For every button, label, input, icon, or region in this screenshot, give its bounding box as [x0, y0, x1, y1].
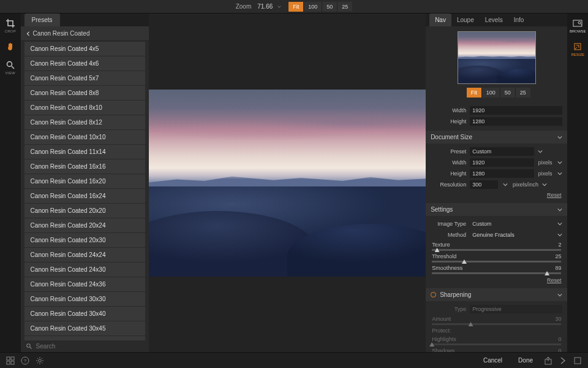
share-icon[interactable]: [544, 356, 552, 365]
sharpening-toggle-icon[interactable]: [431, 292, 436, 297]
navigator-thumbnail[interactable]: [458, 31, 536, 84]
tab-nav[interactable]: Nav: [429, 13, 451, 26]
pan-tool[interactable]: [6, 42, 15, 52]
help-icon[interactable]: ?: [21, 356, 29, 365]
preset-category-title: Canon Resin Coated: [33, 30, 90, 37]
sharpening-header[interactable]: Sharpening: [426, 288, 567, 301]
shadows-value: 0: [558, 348, 561, 352]
texture-value: 2: [558, 242, 561, 248]
zoom-fit-button[interactable]: Fit: [288, 2, 303, 12]
pixel-height-row: Height 1280: [426, 116, 567, 127]
fullscreen-icon[interactable]: [573, 356, 582, 365]
preset-item[interactable]: Canon Resin Coated 16x20: [24, 174, 146, 188]
grid-icon[interactable]: [6, 356, 15, 365]
preset-item[interactable]: Canon Resin Coated 20x20: [24, 204, 146, 218]
chevron-down-icon: [542, 182, 547, 187]
canvas-area[interactable]: [149, 13, 426, 352]
method-label: Method: [431, 232, 466, 238]
chevron-down-icon[interactable]: [557, 221, 562, 226]
zoom-button-group: Fit 100 50 25: [288, 2, 352, 12]
preset-list[interactable]: Canon Resin Coated 4x5Canon Resin Coated…: [21, 41, 149, 340]
tab-info[interactable]: Info: [508, 13, 530, 26]
sharpen-type-dropdown[interactable]: Progressive: [470, 305, 562, 313]
zoom-25-button[interactable]: 25: [337, 2, 352, 12]
preset-item[interactable]: Canon Resin Coated 20x24: [24, 218, 146, 232]
smoothness-slider[interactable]: Smoothness89: [426, 264, 567, 275]
shadows-slider[interactable]: Shadows0: [426, 347, 567, 352]
texture-slider[interactable]: Texture2: [426, 240, 567, 252]
doc-height-field[interactable]: 1280: [470, 169, 534, 178]
preset-item[interactable]: Canon Resin Coated 24x24: [24, 248, 146, 262]
settings-reset[interactable]: Reset: [547, 277, 562, 283]
zoom-50-button[interactable]: 50: [322, 2, 337, 12]
preset-item[interactable]: Canon Resin Coated 11x14: [24, 145, 146, 159]
preset-item[interactable]: Canon Resin Coated 4x6: [24, 56, 146, 71]
pixel-height-field[interactable]: 1280: [470, 117, 562, 126]
nav-zoom-25[interactable]: 25: [515, 88, 530, 98]
doc-size-reset[interactable]: Reset: [547, 192, 562, 198]
chevron-down-icon[interactable]: [277, 5, 281, 9]
resize-tool[interactable]: RESIZE: [571, 42, 584, 56]
resolution-unit[interactable]: pixels/inch: [513, 182, 547, 188]
preset-item[interactable]: Canon Resin Coated 10x10: [24, 130, 146, 144]
nav-zoom-50[interactable]: 50: [500, 88, 515, 98]
preset-item[interactable]: Canon Resin Coated 5x7: [24, 71, 146, 85]
tab-loupe[interactable]: Loupe: [451, 13, 480, 26]
doc-width-unit[interactable]: pixels: [538, 159, 562, 166]
preset-item[interactable]: Canon Resin Coated 24x30: [24, 263, 146, 277]
settings-header[interactable]: Settings: [426, 203, 567, 216]
doc-width-field[interactable]: 1920: [470, 158, 534, 167]
preset-item[interactable]: Canon Resin Coated 24x36: [24, 277, 146, 291]
preset-dropdown[interactable]: Custom: [470, 147, 534, 156]
method-dropdown[interactable]: Genuine Fractals: [470, 231, 554, 239]
nav-zoom-fit[interactable]: Fit: [467, 88, 481, 98]
preset-item[interactable]: Canon Resin Coated 40x40: [24, 336, 146, 340]
footer: ? Cancel Done: [0, 352, 588, 368]
cancel-button[interactable]: Cancel: [478, 355, 507, 366]
resize-label: RESIZE: [571, 53, 584, 56]
browse-label: BROWSE: [570, 29, 586, 33]
document-size-body: Preset Custom Width 1920 pixels Height 1…: [426, 144, 567, 202]
preset-item[interactable]: Canon Resin Coated 16x16: [24, 159, 146, 174]
presets-tab[interactable]: Presets: [24, 13, 60, 26]
browse-tool[interactable]: BROWSE: [570, 18, 586, 33]
zoom-value[interactable]: 71.66: [257, 3, 273, 10]
preset-item[interactable]: Canon Resin Coated 16x24: [24, 189, 146, 203]
preset-item[interactable]: Canon Resin Coated 30x30: [24, 292, 146, 306]
next-icon[interactable]: [559, 356, 567, 365]
preset-item[interactable]: Canon Resin Coated 8x12: [24, 115, 146, 129]
zoom-label: Zoom: [236, 3, 252, 10]
svg-point-11: [39, 359, 41, 361]
doc-height-unit[interactable]: pixels: [538, 171, 562, 177]
crop-tool[interactable]: CROP: [5, 18, 17, 33]
document-size-header[interactable]: Document Size: [426, 131, 567, 144]
pixel-width-field[interactable]: 1920: [470, 106, 562, 115]
view-tool[interactable]: VIEW: [6, 60, 16, 75]
highlights-slider[interactable]: Highlights0: [426, 335, 567, 347]
preset-item[interactable]: Canon Resin Coated 4x5: [24, 42, 146, 56]
preset-category-header[interactable]: Canon Resin Coated: [21, 26, 149, 41]
preset-search-input[interactable]: [36, 343, 145, 350]
amount-slider[interactable]: Amount30: [426, 315, 567, 326]
preset-item[interactable]: Canon Resin Coated 8x10: [24, 101, 146, 115]
presets-panel: Presets Canon Resin Coated Canon Resin C…: [21, 13, 149, 352]
preset-item[interactable]: Canon Resin Coated 8x8: [24, 86, 146, 100]
chevron-down-icon[interactable]: [503, 182, 508, 187]
settings-body: Image Type Custom Method Genuine Fractal…: [426, 216, 567, 287]
preset-item[interactable]: Canon Resin Coated 20x30: [24, 233, 146, 247]
gear-icon[interactable]: [36, 356, 44, 365]
chevron-down-icon[interactable]: [538, 149, 543, 154]
sharpening-body: Type Progressive Amount30 Protect: Highl…: [426, 301, 567, 352]
done-button[interactable]: Done: [513, 355, 538, 366]
zoom-100-button[interactable]: 100: [303, 2, 322, 12]
image-type-dropdown[interactable]: Custom: [470, 220, 554, 228]
smoothness-label: Smoothness: [432, 265, 462, 271]
preset-item[interactable]: Canon Resin Coated 30x40: [24, 307, 146, 321]
right-scroll-area[interactable]: Width 1920 Height 1280 Document Size Pre…: [426, 102, 567, 352]
preset-item[interactable]: Canon Resin Coated 30x45: [24, 321, 146, 335]
threshold-slider[interactable]: Threshold25: [426, 252, 567, 264]
tab-levels[interactable]: Levels: [480, 13, 508, 26]
resolution-field[interactable]: 300: [470, 180, 498, 189]
nav-zoom-100[interactable]: 100: [481, 88, 500, 98]
chevron-down-icon[interactable]: [557, 232, 562, 237]
